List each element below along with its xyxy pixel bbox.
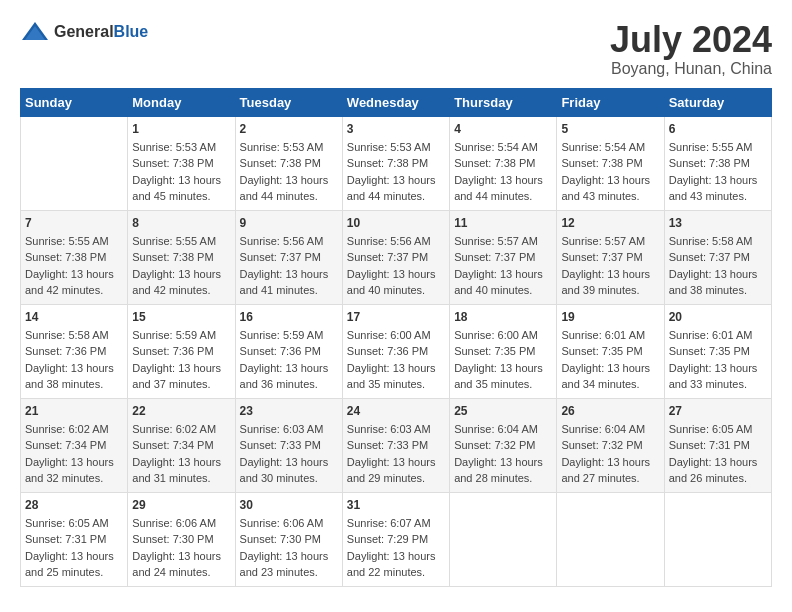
day-number: 3 [347,122,445,136]
week-row-3: 14Sunrise: 5:58 AM Sunset: 7:36 PM Dayli… [21,304,772,398]
day-number: 15 [132,310,230,324]
calendar-cell [450,492,557,586]
day-number: 19 [561,310,659,324]
calendar-cell: 11Sunrise: 5:57 AM Sunset: 7:37 PM Dayli… [450,210,557,304]
day-info: Sunrise: 5:53 AM Sunset: 7:38 PM Dayligh… [132,139,230,205]
calendar-header: SundayMondayTuesdayWednesdayThursdayFrid… [21,88,772,116]
day-number: 25 [454,404,552,418]
day-info: Sunrise: 6:07 AM Sunset: 7:29 PM Dayligh… [347,515,445,581]
calendar-cell: 21Sunrise: 6:02 AM Sunset: 7:34 PM Dayli… [21,398,128,492]
day-info: Sunrise: 5:55 AM Sunset: 7:38 PM Dayligh… [25,233,123,299]
day-number: 16 [240,310,338,324]
day-number: 30 [240,498,338,512]
day-info: Sunrise: 5:57 AM Sunset: 7:37 PM Dayligh… [561,233,659,299]
day-info: Sunrise: 6:01 AM Sunset: 7:35 PM Dayligh… [669,327,767,393]
calendar-cell: 28Sunrise: 6:05 AM Sunset: 7:31 PM Dayli… [21,492,128,586]
calendar-cell: 29Sunrise: 6:06 AM Sunset: 7:30 PM Dayli… [128,492,235,586]
day-number: 13 [669,216,767,230]
calendar-cell: 24Sunrise: 6:03 AM Sunset: 7:33 PM Dayli… [342,398,449,492]
logo: GeneralBlue [20,20,148,44]
header-day-tuesday: Tuesday [235,88,342,116]
day-number: 10 [347,216,445,230]
day-number: 11 [454,216,552,230]
calendar-cell: 17Sunrise: 6:00 AM Sunset: 7:36 PM Dayli… [342,304,449,398]
calendar-cell: 3Sunrise: 5:53 AM Sunset: 7:38 PM Daylig… [342,116,449,210]
day-info: Sunrise: 5:53 AM Sunset: 7:38 PM Dayligh… [347,139,445,205]
week-row-5: 28Sunrise: 6:05 AM Sunset: 7:31 PM Dayli… [21,492,772,586]
calendar-cell: 15Sunrise: 5:59 AM Sunset: 7:36 PM Dayli… [128,304,235,398]
day-number: 8 [132,216,230,230]
calendar-cell: 6Sunrise: 5:55 AM Sunset: 7:38 PM Daylig… [664,116,771,210]
day-info: Sunrise: 6:03 AM Sunset: 7:33 PM Dayligh… [240,421,338,487]
calendar-cell: 14Sunrise: 5:58 AM Sunset: 7:36 PM Dayli… [21,304,128,398]
day-number: 29 [132,498,230,512]
location-subtitle: Boyang, Hunan, China [610,60,772,78]
day-info: Sunrise: 6:06 AM Sunset: 7:30 PM Dayligh… [240,515,338,581]
day-info: Sunrise: 6:01 AM Sunset: 7:35 PM Dayligh… [561,327,659,393]
calendar-cell: 12Sunrise: 5:57 AM Sunset: 7:37 PM Dayli… [557,210,664,304]
week-row-1: 1Sunrise: 5:53 AM Sunset: 7:38 PM Daylig… [21,116,772,210]
logo-general: General [54,23,114,40]
day-info: Sunrise: 5:55 AM Sunset: 7:38 PM Dayligh… [669,139,767,205]
calendar-cell: 16Sunrise: 5:59 AM Sunset: 7:36 PM Dayli… [235,304,342,398]
day-info: Sunrise: 5:57 AM Sunset: 7:37 PM Dayligh… [454,233,552,299]
calendar-cell: 26Sunrise: 6:04 AM Sunset: 7:32 PM Dayli… [557,398,664,492]
calendar-cell: 27Sunrise: 6:05 AM Sunset: 7:31 PM Dayli… [664,398,771,492]
calendar-cell: 30Sunrise: 6:06 AM Sunset: 7:30 PM Dayli… [235,492,342,586]
day-number: 31 [347,498,445,512]
day-info: Sunrise: 5:55 AM Sunset: 7:38 PM Dayligh… [132,233,230,299]
calendar-body: 1Sunrise: 5:53 AM Sunset: 7:38 PM Daylig… [21,116,772,586]
day-number: 2 [240,122,338,136]
header-day-friday: Friday [557,88,664,116]
calendar-cell: 19Sunrise: 6:01 AM Sunset: 7:35 PM Dayli… [557,304,664,398]
day-number: 5 [561,122,659,136]
page-header: GeneralBlue July 2024 Boyang, Hunan, Chi… [20,20,772,78]
day-number: 27 [669,404,767,418]
day-number: 28 [25,498,123,512]
day-info: Sunrise: 5:58 AM Sunset: 7:37 PM Dayligh… [669,233,767,299]
day-info: Sunrise: 6:00 AM Sunset: 7:35 PM Dayligh… [454,327,552,393]
day-number: 6 [669,122,767,136]
day-number: 14 [25,310,123,324]
calendar-cell: 22Sunrise: 6:02 AM Sunset: 7:34 PM Dayli… [128,398,235,492]
day-number: 20 [669,310,767,324]
day-info: Sunrise: 5:59 AM Sunset: 7:36 PM Dayligh… [132,327,230,393]
day-info: Sunrise: 6:05 AM Sunset: 7:31 PM Dayligh… [25,515,123,581]
calendar-cell: 4Sunrise: 5:54 AM Sunset: 7:38 PM Daylig… [450,116,557,210]
calendar-cell: 20Sunrise: 6:01 AM Sunset: 7:35 PM Dayli… [664,304,771,398]
day-info: Sunrise: 6:04 AM Sunset: 7:32 PM Dayligh… [561,421,659,487]
header-day-sunday: Sunday [21,88,128,116]
day-info: Sunrise: 6:02 AM Sunset: 7:34 PM Dayligh… [132,421,230,487]
day-number: 18 [454,310,552,324]
logo-blue: Blue [114,23,149,40]
header-day-monday: Monday [128,88,235,116]
day-info: Sunrise: 5:54 AM Sunset: 7:38 PM Dayligh… [561,139,659,205]
day-info: Sunrise: 6:06 AM Sunset: 7:30 PM Dayligh… [132,515,230,581]
day-info: Sunrise: 6:04 AM Sunset: 7:32 PM Dayligh… [454,421,552,487]
header-day-wednesday: Wednesday [342,88,449,116]
day-number: 17 [347,310,445,324]
title-block: July 2024 Boyang, Hunan, China [610,20,772,78]
day-number: 12 [561,216,659,230]
calendar-cell: 1Sunrise: 5:53 AM Sunset: 7:38 PM Daylig… [128,116,235,210]
day-info: Sunrise: 5:53 AM Sunset: 7:38 PM Dayligh… [240,139,338,205]
day-number: 23 [240,404,338,418]
day-info: Sunrise: 5:58 AM Sunset: 7:36 PM Dayligh… [25,327,123,393]
header-day-saturday: Saturday [664,88,771,116]
calendar-cell: 7Sunrise: 5:55 AM Sunset: 7:38 PM Daylig… [21,210,128,304]
calendar-cell: 18Sunrise: 6:00 AM Sunset: 7:35 PM Dayli… [450,304,557,398]
week-row-2: 7Sunrise: 5:55 AM Sunset: 7:38 PM Daylig… [21,210,772,304]
day-info: Sunrise: 5:54 AM Sunset: 7:38 PM Dayligh… [454,139,552,205]
header-day-thursday: Thursday [450,88,557,116]
calendar-cell: 2Sunrise: 5:53 AM Sunset: 7:38 PM Daylig… [235,116,342,210]
day-number: 1 [132,122,230,136]
calendar-cell: 23Sunrise: 6:03 AM Sunset: 7:33 PM Dayli… [235,398,342,492]
calendar-cell [21,116,128,210]
calendar-cell: 13Sunrise: 5:58 AM Sunset: 7:37 PM Dayli… [664,210,771,304]
calendar-cell [557,492,664,586]
calendar-cell: 8Sunrise: 5:55 AM Sunset: 7:38 PM Daylig… [128,210,235,304]
day-info: Sunrise: 6:02 AM Sunset: 7:34 PM Dayligh… [25,421,123,487]
day-number: 24 [347,404,445,418]
day-info: Sunrise: 6:03 AM Sunset: 7:33 PM Dayligh… [347,421,445,487]
calendar-table: SundayMondayTuesdayWednesdayThursdayFrid… [20,88,772,587]
